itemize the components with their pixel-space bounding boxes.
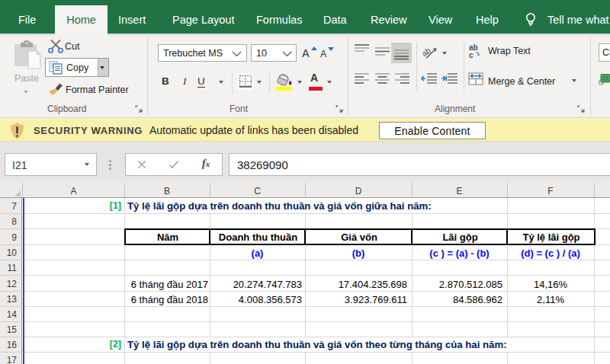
svg-text:c: c (469, 51, 474, 59)
svg-text:ab: ab (422, 46, 432, 59)
svg-text:ab: ab (469, 43, 478, 52)
